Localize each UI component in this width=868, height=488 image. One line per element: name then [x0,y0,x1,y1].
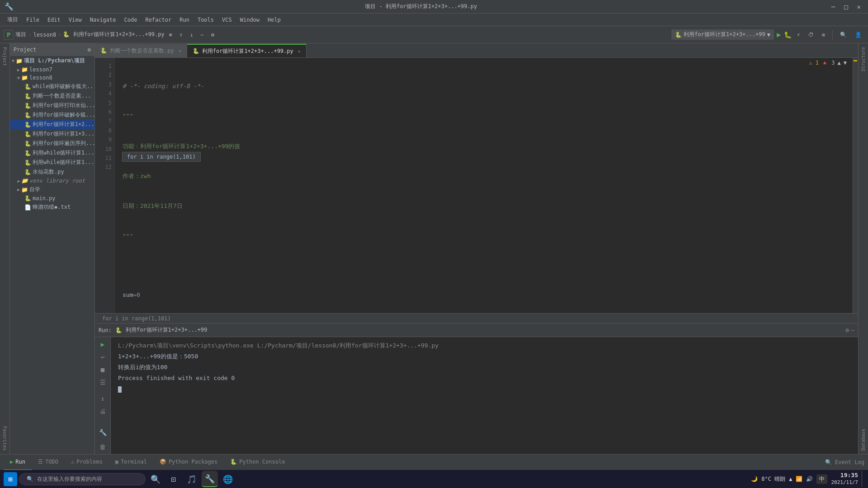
tree-crack[interactable]: 🐍 利用for循环破解令狐... [10,110,94,120]
toolbar-new-btn[interactable]: ⊕ [166,30,175,39]
close-button[interactable]: ✕ [854,2,863,11]
tree-while1[interactable]: 🐍 while循环破解令狐大... [10,82,94,91]
menu-window[interactable]: Window [236,15,263,24]
taskbar-media-app[interactable]: 🎵 [184,471,200,487]
toolbar-settings-btn[interactable]: ⚙ [208,30,217,39]
run-stop-btn[interactable]: ■ [99,364,106,375]
tree-lesson7[interactable]: ▶ 📁 lesson7 [10,66,94,74]
taskbar-input-method[interactable]: 中 [816,474,827,484]
menu-file[interactable]: File [23,15,43,24]
taskbar: ⊞ 🔍 在这里输入你要搜索的内容 🔍 ⊡ 🎵 🔧 🌐 🌙 8°C 晴朗 ▲ 📶 … [0,470,868,488]
taskbar-search-app[interactable]: 🔍 [147,471,164,487]
run-rerun-btn[interactable]: ↩ [99,352,106,362]
tree-zixue[interactable]: ▶ 📁 自学 [10,185,94,194]
run-sidebar: ▶ ↩ ■ ☰ ↕ 🖨 🔧 🗑 [95,337,111,454]
menu-navigate[interactable]: Navigate [86,15,120,24]
code-content[interactable]: # -*- coding: utf-8 -*- """ 功能：利用for循环计算… [115,58,853,313]
database-panel-btn[interactable]: Database [860,427,867,452]
toolbar-collapse-btn[interactable]: — [198,30,206,39]
tree-venv[interactable]: ▶ 📁 venv library root [10,177,94,185]
tab-terminal[interactable]: ▣ Terminal [109,455,153,470]
run-button[interactable]: ▶ [777,30,781,39]
toolbar-up-btn[interactable]: ↑ [177,30,185,39]
tree-root[interactable]: ▼ 📁 项目 L:/Pycharm\项目 [10,56,94,66]
tree-lesson8[interactable]: ▼ 📁 lesson8 [10,74,94,82]
user-btn[interactable]: 👤 [852,30,864,39]
tab-prime[interactable]: 🐍 判断一个数是否是素数.py ✕ [95,44,187,57]
run-scroll-btn[interactable]: ↕ [99,393,106,404]
favorites-panel-btn[interactable]: Favorites [1,424,8,452]
run-output[interactable]: L:/Pycharm\项目\venv\Scripts\python.exe L:… [111,337,858,454]
more-btn[interactable]: ≡ [819,30,828,39]
menu-project[interactable]: 项目 [4,14,22,25]
right-scroll-gutter[interactable] [853,58,858,313]
run-play-btn[interactable]: ▶ [99,339,106,350]
taskbar-search[interactable]: 🔍 在这里输入你要搜索的内容 [19,473,146,485]
python-console-tab-label: Python Console [239,459,285,465]
tree-while-sum2[interactable]: 🐍 利用while循环计算1... [10,158,94,167]
structure-panel-btn[interactable]: Structure [860,45,867,73]
search-everywhere-btn[interactable]: 🔍 [837,30,849,39]
menu-run[interactable]: Run [176,15,193,24]
run-print-btn[interactable]: 🖨 [98,406,108,417]
tab-python-packages[interactable]: 📦 Python Packages [153,455,224,470]
menu-code[interactable]: Code [121,15,141,24]
taskbar-up-arrow[interactable]: ▲ [789,476,792,482]
coverage-btn[interactable]: ⚡ [794,30,803,39]
code-editor[interactable]: 12345 678910 1112 # -*- coding: utf-8 -*… [95,58,858,313]
code-hint-bar: for i in range(1,101) [95,313,858,323]
breadcrumb-file[interactable]: 🐍 利用for循环计算1+2+3+...+99.py [63,31,164,38]
debug-button[interactable]: 🐛 [784,31,792,38]
warning-down-icon[interactable]: ▼ [844,60,847,66]
sidebar-gear-icon[interactable]: ⚙ [88,47,91,53]
tree-prime[interactable]: 🐍 判断一个数是否是素... [10,91,94,101]
run-trash-btn[interactable]: 🗑 [98,441,108,452]
menu-view[interactable]: View [65,15,85,24]
run-config[interactable]: 🐍 利用for循环计算1+2+3+...+99 ▼ [671,29,774,40]
tree-narcissus[interactable]: 🐍 利用for循环打印水仙... [10,101,94,110]
tab-run[interactable]: ▶ Run [4,455,32,470]
taskbar-taskview[interactable]: ⊡ [165,471,182,487]
menu-refactor[interactable]: Refactor [142,15,175,24]
event-log-btn[interactable]: 🔍 Event Log [825,459,864,465]
menu-help[interactable]: Help [264,15,284,24]
tab-problems[interactable]: ⚠ Problems [65,455,109,470]
menu-edit[interactable]: Edit [44,15,64,24]
maximize-button[interactable]: □ [841,2,850,11]
code-line-1: # -*- coding: utf-8 -*- [123,81,845,91]
tree-main[interactable]: 🐍 main.py [10,194,94,202]
lesson7-icon: 📁 [21,66,28,73]
taskbar-edge-app[interactable]: 🌐 [220,471,236,487]
run-settings-icon[interactable]: ⚙ [845,327,849,333]
tab-sum99-close[interactable]: ✕ [298,49,301,54]
breadcrumb-lesson8[interactable]: lesson8 [33,32,57,38]
show-desktop-btn[interactable] [862,471,864,487]
zixue-icon: 📁 [21,187,28,193]
tree-while-sum1[interactable]: 🐍 利用while循环计算1... [10,148,94,158]
run-list-btn[interactable]: ☰ [98,377,108,388]
left-strip: Project Favorites [0,43,10,454]
toolbar-down-btn[interactable]: ↓ [187,30,196,39]
run-config-label: 利用for循环计算1+2+3+...+99 [684,31,765,38]
tab-prime-close[interactable]: ✕ [179,48,181,53]
start-button[interactable]: ⊞ [4,472,17,486]
minimize-button[interactable]: ─ [829,2,838,11]
tab-sum99[interactable]: 🐍 利用for循环计算1+2+3+...+99.py ✕ [187,44,307,57]
tree-sum99-selected[interactable]: 🐍 利用for循环计算1+2... [10,120,94,129]
run-filter-btn[interactable]: 🔧 [97,427,108,438]
warning-up-icon[interactable]: ▲ [838,60,841,66]
tree-txt[interactable]: 📄 蜂酒功绩◆.txt [10,202,94,212]
tree-sum13[interactable]: 🐍 利用for循环计算1+3... [10,129,94,139]
project-panel-btn[interactable]: Project [1,45,8,68]
tree-traverse[interactable]: 🐍 利用for循环遍历序列... [10,139,94,148]
tree-narcissus2[interactable]: 🐍 水仙花数.py [10,167,94,177]
menu-vcs[interactable]: VCS [218,15,236,24]
profile-btn[interactable]: ⏱ [806,30,816,39]
tab-python-console[interactable]: 🐍 Python Console [224,455,291,470]
taskbar-pycharm-app[interactable]: 🔧 [202,471,218,487]
menu-tools[interactable]: Tools [194,15,217,24]
tab-todo[interactable]: ☰ TODO [32,455,65,470]
prime-label: 判断一个数是否是素... [33,92,91,100]
run-close-icon[interactable]: — [851,327,854,333]
breadcrumb-project[interactable]: 项目 [15,31,26,38]
